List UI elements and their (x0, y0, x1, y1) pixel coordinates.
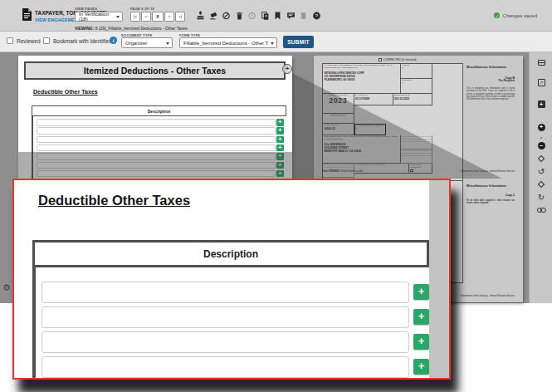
fit-page-icon[interactable] (536, 154, 546, 164)
add-row-button[interactable]: + (276, 145, 284, 152)
popup-table-left-border (32, 267, 36, 380)
first-page-button[interactable]: |< (130, 12, 140, 22)
document-icon (22, 8, 32, 21)
ignore-icon[interactable] (222, 10, 231, 21)
description-input[interactable] (42, 306, 409, 328)
annotation-toolbar: ? (196, 10, 321, 21)
popup-section-heading: Deductible Other Taxes (38, 193, 190, 208)
dim-overlay (18, 152, 292, 179)
next-page-button[interactable]: > (164, 12, 174, 22)
document-type-dropdown[interactable]: Organizer (121, 37, 173, 48)
form-action-bar: Reviewed Bookmark with Identifier i DOCU… (0, 32, 552, 52)
description-row[interactable] (37, 119, 276, 126)
copy-page-icon[interactable] (261, 10, 270, 21)
split-view-icon[interactable] (536, 57, 546, 67)
chevron-down-icon (271, 42, 274, 45)
document-title: Itemized Deductions - Other Taxes (24, 61, 286, 80)
submit-button[interactable]: SUBMIT (283, 36, 314, 48)
bookmark-identifier-label: Bookmark with Identifier (53, 38, 110, 44)
settings-gear-icon[interactable]: ⚙ (2, 282, 11, 293)
open-new-window-icon[interactable]: ↗ (536, 77, 546, 87)
reviewed-label: Reviewed (17, 38, 41, 44)
page-note-icon[interactable] (299, 10, 308, 21)
corrected-checkbox-line: CORRECTED (if checked) (379, 58, 416, 61)
payer-tin: 22-3276908 (355, 97, 391, 100)
corrected-checkbox (379, 58, 382, 61)
top-toolbar: TAXPAYER, TOM (12345678) VIEW ENGAGEMENT… (0, 0, 552, 32)
description-input[interactable] (42, 356, 409, 378)
info-icon[interactable]: i (110, 37, 117, 44)
description-column-header: Description (32, 105, 286, 116)
add-row-button[interactable]: + (276, 136, 284, 144)
form-info-column: Miscellaneous Information Copy B For Rec… (467, 66, 515, 100)
zoom-in-icon[interactable]: + (536, 122, 546, 132)
magnified-callout: Deductible Other Taxes Description + + +… (12, 179, 451, 380)
link-pages-icon[interactable] (536, 205, 546, 215)
view-pages-dropdown[interactable]: In Verification (18) (75, 12, 123, 22)
app-window: TAXPAYER, TOM (12345678) VIEW ENGAGEMENT… (0, 0, 552, 392)
prev-page-button[interactable]: < (141, 12, 151, 22)
description-input[interactable] (42, 331, 409, 353)
rotate-left-icon[interactable]: ↺ (536, 166, 546, 176)
eraser-icon[interactable] (209, 10, 218, 21)
description-row[interactable] (37, 136, 276, 144)
chevron-down-icon (166, 42, 169, 45)
reviewed-checkbox[interactable] (7, 37, 13, 44)
zoom-out-icon[interactable]: – (536, 140, 546, 150)
chevron-down-icon (116, 16, 120, 18)
add-row-button[interactable]: + (276, 127, 284, 135)
changes-saved-status: ✓ Changes saved (494, 12, 537, 18)
page-edge-strip (429, 180, 449, 378)
magnifier-icon[interactable]: + (282, 64, 292, 74)
add-row-button[interactable]: + (413, 334, 429, 350)
page-navigator: |< < > >| (130, 12, 185, 22)
bookmark-identifier-checkbox[interactable] (43, 37, 50, 44)
add-page-icon[interactable]: + (536, 99, 546, 109)
recipient-tin: 202-22-2222 (394, 97, 430, 100)
view-pages-label: VIEW PAGES (75, 7, 97, 11)
add-row-button[interactable]: + (413, 359, 429, 375)
description-input[interactable] (42, 282, 409, 303)
copy2-info-column: Miscellaneous Information Copy 2 To be f… (467, 184, 515, 204)
comment-icon[interactable] (286, 10, 296, 21)
form-type-dropdown[interactable]: Fillable_Itemized Deductions - Other Tax… (179, 37, 277, 48)
viewer-tool-strip: ↗ + + – ↺ ↻ (529, 52, 552, 303)
help-icon[interactable]: ? (312, 10, 321, 21)
delete-icon[interactable] (235, 10, 244, 21)
history-icon[interactable] (247, 10, 256, 21)
stamp-icon[interactable] (196, 10, 205, 21)
saved-check-icon: ✓ (494, 12, 500, 18)
page-number-input[interactable] (152, 12, 164, 22)
add-row-button[interactable]: + (413, 309, 429, 325)
page-count-label: PAGE 8 OF 18 (130, 7, 154, 11)
add-row-button[interactable]: + (276, 119, 284, 126)
description-row[interactable] (37, 145, 276, 152)
bookmark-icon[interactable] (273, 10, 282, 21)
add-row-button[interactable]: + (413, 284, 429, 300)
description-row[interactable] (37, 127, 276, 135)
fit-width-icon[interactable] (536, 179, 546, 189)
rotate-right-icon[interactable]: ↻ (536, 192, 546, 202)
popup-description-header: Description (32, 240, 429, 267)
last-page-button[interactable]: >| (175, 12, 185, 22)
section-heading: Deductible Other Taxes (33, 89, 98, 95)
saved-text: Changes saved (502, 13, 537, 18)
viewing-breadcrumb: VIEWING: 8 (29)_Fillable_Itemized Deduct… (75, 26, 188, 31)
